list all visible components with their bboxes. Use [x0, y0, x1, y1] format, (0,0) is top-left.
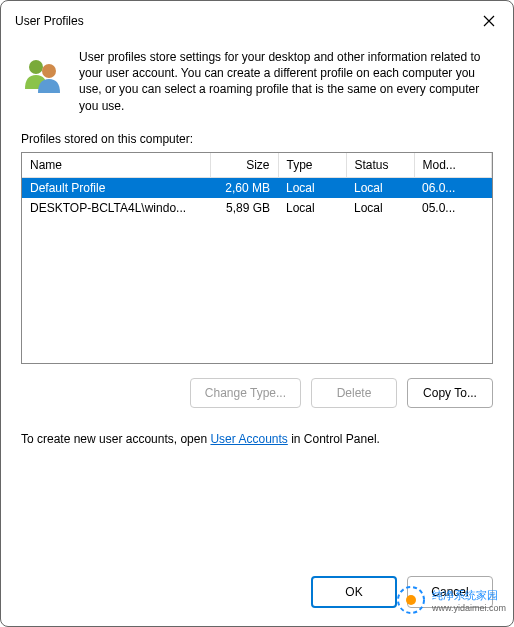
col-name[interactable]: Name: [22, 153, 210, 178]
cell-name: DESKTOP-BCLTA4L\windo...: [22, 198, 210, 218]
cell-name: Default Profile: [22, 177, 210, 198]
table-row[interactable]: Default Profile 2,60 MB Local Local 06.0…: [22, 177, 492, 198]
window-title: User Profiles: [15, 14, 84, 28]
delete-button[interactable]: Delete: [311, 378, 397, 408]
footer-prefix: To create new user accounts, open: [21, 432, 210, 446]
intro-text: User profiles store settings for your de…: [79, 49, 493, 114]
users-icon: [21, 53, 65, 97]
col-modified[interactable]: Mod...: [414, 153, 492, 178]
dialog-buttons: OK Cancel: [1, 562, 513, 626]
cell-status: Local: [346, 198, 414, 218]
intro-section: User profiles store settings for your de…: [21, 49, 493, 114]
content-area: User profiles store settings for your de…: [1, 39, 513, 562]
cell-type: Local: [278, 198, 346, 218]
cell-size: 5,89 GB: [210, 198, 278, 218]
close-icon[interactable]: [479, 11, 499, 31]
ok-button[interactable]: OK: [311, 576, 397, 608]
cancel-button[interactable]: Cancel: [407, 576, 493, 608]
table-row[interactable]: DESKTOP-BCLTA4L\windo... 5,89 GB Local L…: [22, 198, 492, 218]
cell-size: 2,60 MB: [210, 177, 278, 198]
profiles-section-label: Profiles stored on this computer:: [21, 132, 493, 146]
cell-modified: 05.0...: [414, 198, 492, 218]
titlebar: User Profiles: [1, 1, 513, 39]
col-type[interactable]: Type: [278, 153, 346, 178]
user-accounts-link[interactable]: User Accounts: [210, 432, 287, 446]
change-type-button[interactable]: Change Type...: [190, 378, 301, 408]
cell-modified: 06.0...: [414, 177, 492, 198]
profiles-table: Name Size Type Status Mod... Default Pro…: [21, 152, 493, 364]
table-header-row: Name Size Type Status Mod...: [22, 153, 492, 178]
user-profiles-dialog: User Profiles User profiles store settin…: [0, 0, 514, 627]
cell-type: Local: [278, 177, 346, 198]
cell-status: Local: [346, 177, 414, 198]
profile-buttons-row: Change Type... Delete Copy To...: [21, 378, 493, 408]
svg-point-1: [42, 64, 56, 78]
copy-to-button[interactable]: Copy To...: [407, 378, 493, 408]
footer-text: To create new user accounts, open User A…: [21, 432, 493, 446]
col-status[interactable]: Status: [346, 153, 414, 178]
footer-suffix: in Control Panel.: [288, 432, 380, 446]
col-size[interactable]: Size: [210, 153, 278, 178]
svg-point-0: [29, 60, 43, 74]
